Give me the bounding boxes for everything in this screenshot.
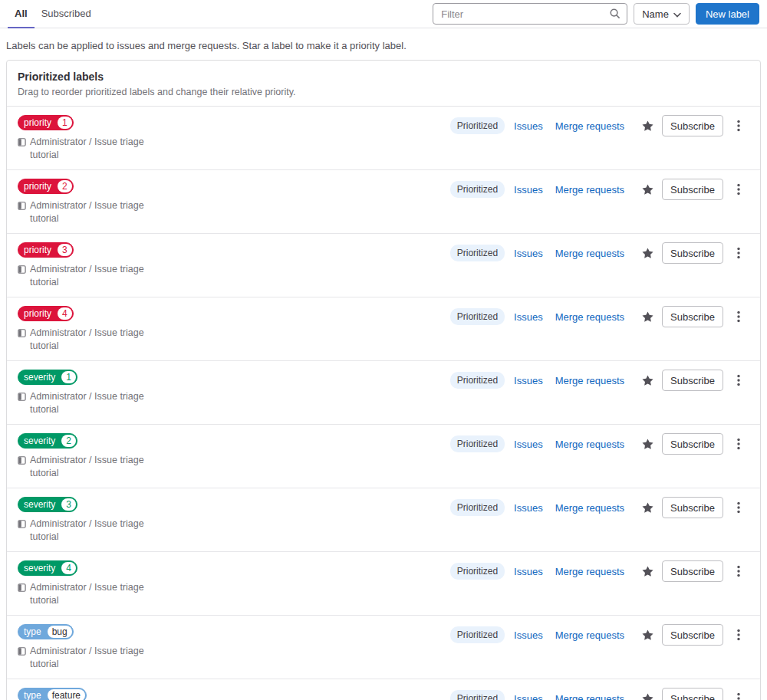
label-pill[interactable]: severity 2 bbox=[18, 433, 77, 449]
label-row[interactable]: severity 4 Administrator / Issue triage … bbox=[7, 551, 760, 615]
star-icon[interactable] bbox=[641, 438, 654, 451]
filter-input[interactable] bbox=[433, 3, 627, 25]
star-icon[interactable] bbox=[641, 311, 654, 324]
issues-link[interactable]: Issues bbox=[514, 629, 543, 641]
issues-link[interactable]: Issues bbox=[514, 184, 543, 196]
subscribe-button[interactable]: Subscribe bbox=[662, 115, 723, 136]
merge-requests-link[interactable]: Merge requests bbox=[555, 120, 624, 132]
project-icon bbox=[18, 519, 26, 544]
label-project-path: Administrator / Issue triage tutorial bbox=[18, 454, 167, 480]
star-icon[interactable] bbox=[641, 374, 654, 387]
sort-dropdown[interactable]: Name bbox=[634, 3, 690, 25]
label-scope: priority bbox=[18, 116, 57, 130]
label-scope: severity bbox=[18, 498, 61, 511]
merge-requests-link[interactable]: Merge requests bbox=[555, 248, 624, 259]
kebab-menu-icon[interactable] bbox=[736, 117, 742, 135]
label-project: Administrator / Issue triage tutorial bbox=[30, 518, 167, 544]
label-value: bug bbox=[48, 626, 72, 638]
label-info: priority 3 Administrator / Issue triage … bbox=[18, 242, 167, 289]
kebab-menu-icon[interactable] bbox=[736, 435, 742, 453]
label-pill[interactable]: priority 1 bbox=[18, 115, 74, 130]
issues-link[interactable]: Issues bbox=[514, 439, 543, 450]
subscribe-button[interactable]: Subscribe bbox=[662, 433, 723, 455]
label-pill[interactable]: severity 3 bbox=[18, 497, 77, 512]
chevron-down-icon bbox=[673, 8, 681, 20]
merge-requests-link[interactable]: Merge requests bbox=[555, 693, 624, 700]
kebab-menu-icon[interactable] bbox=[736, 626, 742, 644]
merge-requests-link[interactable]: Merge requests bbox=[555, 629, 624, 641]
star-icon[interactable] bbox=[641, 501, 654, 514]
star-icon[interactable] bbox=[641, 692, 654, 700]
kebab-menu-icon[interactable] bbox=[736, 498, 742, 517]
label-value: 1 bbox=[61, 371, 76, 383]
subscribe-button[interactable]: Subscribe bbox=[662, 179, 723, 200]
kebab-menu-icon[interactable] bbox=[736, 562, 742, 580]
label-actions: Prioritized Issues Merge requests Subscr… bbox=[450, 179, 742, 200]
label-row[interactable]: type bug Administrator / Issue triage tu… bbox=[7, 615, 760, 679]
subscribe-button[interactable]: Subscribe bbox=[662, 306, 723, 327]
kebab-menu-icon[interactable] bbox=[736, 307, 742, 326]
kebab-menu-icon[interactable] bbox=[736, 371, 742, 389]
label-row[interactable]: type feature Administrator / Issue triag… bbox=[7, 679, 760, 700]
kebab-menu-icon[interactable] bbox=[736, 180, 742, 199]
new-label-button[interactable]: New label bbox=[696, 3, 759, 25]
issues-link[interactable]: Issues bbox=[514, 120, 543, 132]
subscribe-button[interactable]: Subscribe bbox=[662, 688, 723, 700]
issues-link[interactable]: Issues bbox=[514, 248, 543, 259]
label-pill[interactable]: priority 2 bbox=[18, 179, 74, 194]
issues-link[interactable]: Issues bbox=[514, 502, 543, 514]
label-pill[interactable]: severity 1 bbox=[18, 370, 77, 385]
label-info: priority 4 Administrator / Issue triage … bbox=[18, 306, 167, 353]
merge-requests-link[interactable]: Merge requests bbox=[555, 311, 624, 323]
issues-link[interactable]: Issues bbox=[514, 566, 543, 577]
project-icon bbox=[18, 583, 26, 607]
prioritized-badge: Prioritized bbox=[450, 626, 505, 643]
label-row[interactable]: priority 2 Administrator / Issue triage … bbox=[7, 169, 760, 233]
label-row[interactable]: priority 3 Administrator / Issue triage … bbox=[7, 233, 760, 297]
label-scope: severity bbox=[18, 370, 61, 384]
subscribe-button[interactable]: Subscribe bbox=[662, 624, 723, 646]
issues-link[interactable]: Issues bbox=[514, 311, 543, 323]
tab-all[interactable]: All bbox=[8, 0, 35, 28]
label-scope: type bbox=[18, 625, 47, 639]
label-info: priority 2 Administrator / Issue triage … bbox=[18, 179, 167, 225]
prioritized-badge: Prioritized bbox=[450, 435, 505, 452]
label-row[interactable]: severity 2 Administrator / Issue triage … bbox=[7, 424, 760, 488]
issues-link[interactable]: Issues bbox=[514, 375, 543, 386]
prioritized-badge: Prioritized bbox=[450, 181, 505, 198]
label-row[interactable]: severity 1 Administrator / Issue triage … bbox=[7, 360, 760, 424]
merge-requests-link[interactable]: Merge requests bbox=[555, 439, 624, 450]
label-pill[interactable]: priority 4 bbox=[18, 306, 74, 321]
issues-link[interactable]: Issues bbox=[514, 693, 543, 700]
star-icon[interactable] bbox=[641, 565, 654, 578]
label-project: Administrator / Issue triage tutorial bbox=[30, 263, 167, 289]
kebab-menu-icon[interactable] bbox=[736, 689, 742, 700]
kebab-menu-icon[interactable] bbox=[736, 244, 742, 262]
label-row[interactable]: severity 3 Administrator / Issue triage … bbox=[7, 488, 760, 551]
subscribe-button[interactable]: Subscribe bbox=[662, 497, 723, 518]
label-row[interactable]: priority 4 Administrator / Issue triage … bbox=[7, 297, 760, 360]
prioritized-badge: Prioritized bbox=[450, 245, 505, 261]
label-pill[interactable]: priority 3 bbox=[18, 242, 74, 258]
project-icon bbox=[18, 201, 26, 225]
star-icon[interactable] bbox=[641, 120, 654, 133]
label-pill[interactable]: type bug bbox=[18, 624, 74, 639]
star-icon[interactable] bbox=[641, 629, 654, 642]
subscribe-button[interactable]: Subscribe bbox=[662, 370, 723, 391]
prioritized-badge: Prioritized bbox=[450, 117, 505, 134]
star-icon[interactable] bbox=[641, 247, 654, 260]
label-pill[interactable]: severity 4 bbox=[18, 560, 77, 576]
label-list: priority 1 Administrator / Issue triage … bbox=[7, 107, 760, 700]
tab-subscribed[interactable]: Subscribed bbox=[35, 0, 98, 28]
label-scope: priority bbox=[18, 243, 57, 257]
subscribe-button[interactable]: Subscribe bbox=[662, 242, 723, 264]
merge-requests-link[interactable]: Merge requests bbox=[555, 184, 624, 196]
merge-requests-link[interactable]: Merge requests bbox=[555, 566, 624, 577]
star-icon[interactable] bbox=[641, 183, 654, 196]
subscribe-button[interactable]: Subscribe bbox=[662, 560, 723, 582]
label-row[interactable]: priority 1 Administrator / Issue triage … bbox=[7, 107, 760, 169]
label-project: Administrator / Issue triage tutorial bbox=[30, 327, 167, 353]
merge-requests-link[interactable]: Merge requests bbox=[555, 502, 624, 514]
merge-requests-link[interactable]: Merge requests bbox=[555, 375, 624, 386]
label-pill[interactable]: type feature bbox=[18, 688, 87, 700]
